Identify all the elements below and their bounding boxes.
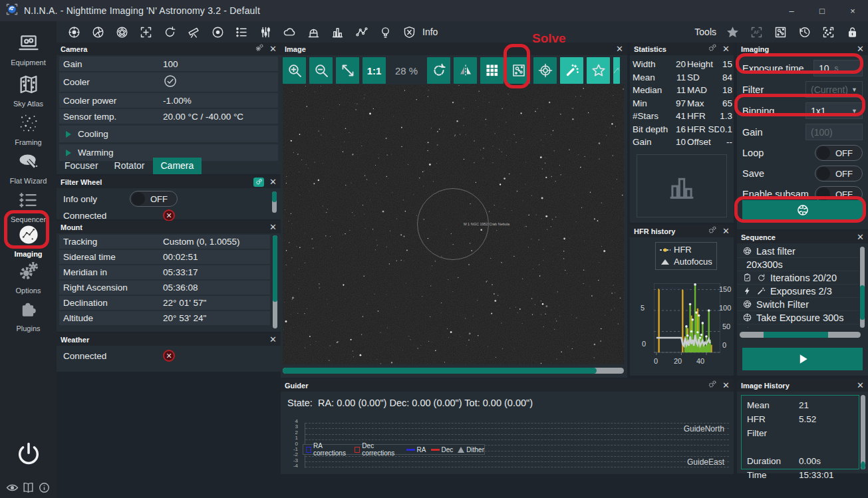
minimize-button[interactable]: –	[776, 0, 807, 21]
dither-icon[interactable]	[349, 23, 373, 41]
tab-camera[interactable]: Camera	[153, 158, 202, 174]
bulb-icon[interactable]	[373, 23, 397, 41]
sequence-panel-close-icon[interactable]: ✕	[857, 232, 864, 242]
sequence-scrollbar[interactable]	[860, 247, 865, 328]
exposure-time-label: Exposure time	[742, 63, 813, 74]
rotate-button[interactable]	[427, 57, 450, 84]
expander-cooling[interactable]: Cooling	[59, 126, 278, 142]
dome-icon[interactable]	[301, 23, 325, 41]
info-circle-icon[interactable]	[38, 481, 51, 497]
capture-button[interactable]	[742, 200, 863, 220]
platesolve-button[interactable]	[507, 57, 530, 84]
image-history-panel-close-icon[interactable]: ✕	[857, 380, 864, 390]
sidebar-item-sky-atlas[interactable]: Sky Atlas	[0, 68, 57, 108]
af-frame-icon[interactable]: AF	[744, 23, 768, 41]
filter-wheel-panel-close-icon[interactable]: ✕	[269, 177, 277, 187]
maximize-button[interactable]: □	[807, 0, 837, 21]
sequence-item[interactable]: Switch Filter	[737, 298, 859, 311]
image-history-scrollbar[interactable]	[861, 395, 865, 469]
image-panel-close-icon[interactable]: ✕	[616, 44, 623, 54]
expander-label: Cooling	[78, 129, 108, 139]
rotator-icon[interactable]	[158, 23, 182, 41]
sequence-icon[interactable]	[229, 23, 253, 41]
sequence-item[interactable]: Exposures 2/3	[737, 285, 859, 298]
guider-icon[interactable]	[206, 23, 229, 41]
tools-label[interactable]: Tools	[694, 27, 716, 37]
info-label[interactable]: Info	[422, 27, 438, 37]
exposure-time-input[interactable]: 10s	[813, 60, 863, 76]
mount-scrollbar[interactable]	[273, 235, 277, 328]
guider-settings-gear-icon[interactable]	[708, 380, 717, 392]
imaging-panel-close-icon[interactable]: ✕	[857, 44, 864, 54]
camera-icon[interactable]	[62, 23, 86, 41]
power-button[interactable]	[0, 440, 57, 471]
zoom-fit-button[interactable]	[336, 57, 359, 84]
auto-stretch-button[interactable]	[560, 57, 583, 84]
sequence-item[interactable]: Smart Exposure 20x 0s	[737, 324, 859, 328]
image-horizontal-scrollbar[interactable]	[283, 368, 624, 374]
statistics-label: Min	[633, 97, 672, 110]
sequence-start-button[interactable]	[742, 348, 863, 370]
image-history-row: Mean21	[747, 398, 853, 412]
hfr-panel-close-icon[interactable]: ✕	[722, 226, 730, 236]
zoom-out-button[interactable]	[309, 57, 333, 84]
histogram-icon[interactable]	[325, 23, 349, 41]
guider-legend-ra-corrections: RA corrections	[306, 442, 350, 457]
camera-settings-gear-icon[interactable]	[255, 43, 264, 55]
mount-panel-close-icon[interactable]: ✕	[269, 222, 277, 232]
filter-wheel-icon[interactable]	[110, 23, 134, 41]
sidebar-item-framing[interactable]: Framing	[0, 106, 57, 146]
sequence-item[interactable]: Take Exposure 300s	[737, 311, 859, 324]
manual-book-icon[interactable]	[22, 481, 35, 497]
sequence-item[interactable]: Iterations 20/20	[737, 271, 859, 285]
filter-dropdown[interactable]: (Current)▼	[805, 81, 863, 98]
switch-panel-icon[interactable]	[253, 23, 277, 41]
focuser-icon[interactable]	[134, 23, 158, 41]
starfield-icon[interactable]	[816, 23, 840, 41]
cloud-icon[interactable]	[277, 23, 301, 41]
crosshair-button[interactable]	[533, 57, 557, 84]
filter-wheel-settings-gear-icon[interactable]	[253, 178, 264, 187]
info-only-toggle[interactable]: OFF	[130, 191, 178, 207]
gain-input[interactable]: (100)	[805, 124, 863, 140]
image-panel: Image ✕ 1:128 % M 1 NGC 1952 Crab Nebula	[281, 43, 627, 378]
save-toggle[interactable]: OFF	[815, 166, 863, 182]
tab-rotator[interactable]: Rotator	[106, 158, 153, 174]
sidebar-item-flat-wizard[interactable]: Flat Wizard	[0, 145, 57, 185]
platesolve-icon[interactable]	[768, 23, 792, 41]
sidebar-item-equipment[interactable]: Equipment	[0, 27, 57, 66]
eye-icon[interactable]	[6, 481, 19, 497]
filter-wheel-scrollbar[interactable]	[272, 191, 277, 213]
pixel-grid-button[interactable]	[480, 57, 504, 84]
image-history-card[interactable]: Mean21HFR5.52FilterDuration0.00sTime15:3…	[741, 395, 859, 469]
sidebar-item-plugins[interactable]: Plugins	[0, 293, 57, 332]
hfr-settings-gear-icon[interactable]	[708, 225, 717, 237]
close-button[interactable]: ×	[837, 0, 868, 21]
flip-horizontal-button[interactable]	[454, 57, 477, 84]
telescope-icon[interactable]	[182, 23, 206, 41]
camera-panel-close-icon[interactable]: ✕	[269, 44, 277, 54]
shield-icon[interactable]	[397, 23, 421, 41]
sidebar-item-sequencer[interactable]: Sequencer	[0, 184, 57, 223]
one-to-one-button[interactable]: 1:1	[362, 57, 386, 84]
lock-icon[interactable]	[840, 23, 864, 41]
statistics-panel-close-icon[interactable]: ✕	[722, 44, 730, 54]
guider-panel-close-icon[interactable]: ✕	[722, 380, 730, 390]
sidebar-item-imaging[interactable]: Imaging	[0, 218, 57, 258]
loop-toggle[interactable]: OFF	[815, 145, 863, 161]
history-icon[interactable]	[792, 23, 816, 41]
star-detection-button[interactable]	[587, 57, 610, 84]
weather-panel-close-icon[interactable]: ✕	[269, 334, 277, 344]
zoom-in-button[interactable]	[283, 57, 306, 84]
sequence-item[interactable]: Last filter	[737, 245, 859, 258]
tab-focuser[interactable]: Focuser	[57, 158, 106, 174]
overlay-partial-button[interactable]	[613, 57, 620, 84]
sidebar-item-options[interactable]: Options	[0, 255, 57, 295]
toggle-label: Enable subsam	[742, 189, 815, 199]
star-icon[interactable]	[720, 23, 744, 41]
binning-dropdown[interactable]: 1x1▼	[805, 102, 863, 119]
aperture-icon[interactable]	[86, 23, 110, 41]
sequence-item[interactable]: 20x300s	[737, 258, 859, 271]
statistics-settings-gear-icon[interactable]	[708, 43, 717, 55]
image-view[interactable]: M 1 NGC 1952 Crab Nebula	[283, 84, 624, 364]
